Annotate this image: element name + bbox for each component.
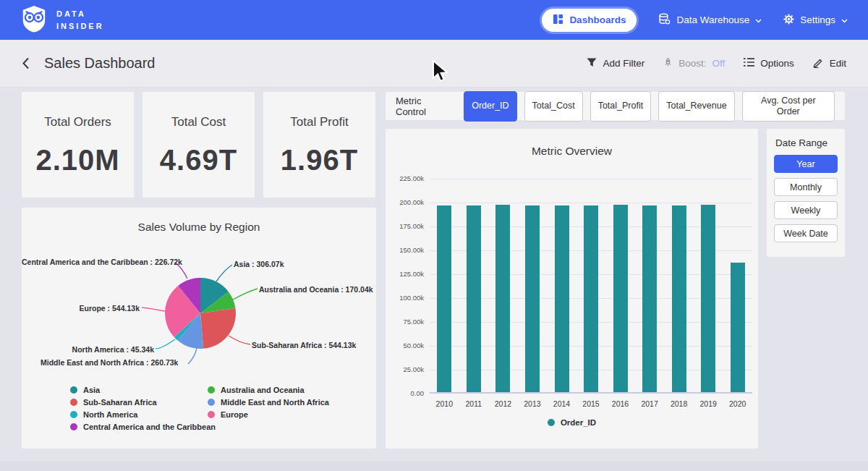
legend-label: Order_ID (561, 418, 596, 427)
dashboards-button[interactable]: Dashboards (542, 9, 637, 32)
boost-label: Boost: (678, 58, 706, 69)
x-tick-2011: 2011 (459, 399, 488, 408)
metric-button-avg-cost-per-order[interactable]: Avg. Cost per Order (742, 91, 835, 122)
bar-2013[interactable] (525, 205, 540, 392)
settings-label: Settings (800, 14, 835, 25)
pie-slice-sub-saharan-africa[interactable] (200, 308, 236, 349)
chevron-down-icon (755, 14, 762, 25)
legend-dot (70, 386, 77, 394)
kpi-card-total-orders: Total Orders2.10M (22, 92, 134, 198)
bar-2010[interactable] (437, 205, 451, 393)
date-range-button-weekly[interactable]: Weekly (774, 201, 838, 219)
bar-2018[interactable] (672, 205, 686, 392)
bar-plot-area (430, 179, 752, 394)
bar-2014[interactable] (555, 205, 569, 392)
x-tick-2017: 2017 (635, 399, 664, 408)
x-tick-2015: 2015 (576, 399, 605, 408)
legend-item-sub-saharan-africa[interactable]: Sub-Saharan Africa (70, 398, 216, 407)
date-range-button-year[interactable]: Year (774, 155, 838, 173)
pie-callout-north-america: North America : 45.34k (41, 345, 154, 354)
metric-control-bar: Metric Control Order_IDTotal_CostTotal_P… (386, 92, 845, 120)
legend-label: Asia (83, 386, 100, 394)
pie-callout-australia-and-oceania: Australia and Oceania : 170.04k (259, 285, 373, 294)
legend-item-europe[interactable]: Europe (208, 410, 329, 419)
y-tick-25-00k: 25.00k (388, 365, 424, 373)
options-label: Options (760, 58, 794, 69)
bar-chart-title: Metric Overview (386, 129, 758, 158)
metric-button-total-cost[interactable]: Total_Cost (524, 91, 583, 122)
brand[interactable]: DATA INSIDER (20, 4, 104, 36)
legend-label: Europe (221, 410, 248, 419)
y-tick-225-00k: 225.00k (388, 174, 424, 182)
legend-label: Central America and the Caribbean (83, 423, 216, 431)
bar-2015[interactable] (584, 205, 598, 392)
x-tick-2019: 2019 (694, 399, 723, 408)
options-button[interactable]: Options (744, 58, 794, 69)
kpi-label: Total Orders (22, 115, 134, 130)
bar-2017[interactable] (642, 205, 657, 393)
legend-dot (70, 411, 77, 418)
legend-item-middle-east-and-north-africa[interactable]: Middle East and North Africa (208, 398, 329, 407)
dashboards-label: Dashboards (569, 14, 626, 25)
kpi-label: Total Profit (263, 115, 375, 130)
boost-value: Off (712, 58, 725, 69)
add-filter-button[interactable]: Add Filter (587, 58, 644, 69)
legend-item-australia-and-oceania[interactable]: Australia and Oceania (208, 386, 329, 394)
legend-item-north-america[interactable]: North America (70, 410, 216, 419)
legend-dot (208, 386, 215, 394)
bar-2016[interactable] (613, 205, 628, 392)
date-range-label: Date Range (775, 137, 838, 148)
kpi-value: 4.69T (142, 144, 255, 177)
pie-callout-central-america-and-the-caribbean: Central America and the Caribbean : 226.… (22, 258, 174, 266)
x-tick-2014: 2014 (548, 399, 576, 408)
bar-chart-card: Metric Overview 225.00k200.00k175.00k150… (386, 129, 758, 449)
metric-control-label: Metric Control (396, 96, 454, 117)
pie-callout-sub-saharan-africa: Sub-Saharan Africa : 544.13k (252, 341, 356, 349)
bar-2012[interactable] (495, 205, 510, 392)
legend-item-asia[interactable]: Asia (70, 386, 216, 394)
data-warehouse-label: Data Warehouse (676, 14, 749, 25)
legend-item-central-america-and-the-caribbean[interactable]: Central America and the Caribbean (70, 423, 216, 431)
y-tick-175-00k: 175.00k (388, 222, 424, 230)
pie-legend-column-2: Australia and OceaniaMiddle East and Nor… (208, 386, 329, 419)
edit-label: Edit (830, 58, 846, 69)
filter-funnel-icon (587, 58, 597, 69)
pie-callout-asia: Asia : 306.07k (234, 260, 284, 268)
pie-callout-middle-east-and-north-africa: Middle East and North Africa : 260.73k (41, 358, 178, 367)
bar-2020[interactable] (731, 263, 745, 392)
date-range-button-week-date[interactable]: Week Date (774, 224, 838, 242)
legend-dot (208, 399, 215, 406)
back-button[interactable] (22, 57, 30, 69)
date-range-button-monthly[interactable]: Monthly (774, 178, 838, 196)
chevron-down-icon (841, 14, 848, 25)
y-tick-75-00k: 75.00k (388, 318, 424, 326)
data-warehouse-menu[interactable]: Data Warehouse (658, 13, 762, 27)
metric-button-total-revenue[interactable]: Total_Revenue (658, 91, 734, 122)
x-tick-2013: 2013 (518, 399, 547, 408)
edit-button[interactable]: Edit (813, 57, 846, 70)
date-range-buttons: YearMonthlyWeeklyWeek Date (774, 155, 838, 242)
boost-toggle[interactable]: Boost: Off (663, 57, 725, 69)
bottom-edge (0, 462, 868, 471)
dashboard-grid-icon (553, 14, 563, 27)
y-tick-50-00k: 50.00k (388, 341, 424, 349)
legend-dot (70, 423, 77, 430)
page-header: Sales Dashboard Add Filter Boost: Off (0, 40, 868, 88)
settings-menu[interactable]: Settings (783, 14, 848, 27)
legend-label: Australia and Oceania (221, 386, 305, 394)
metric-button-total-profit[interactable]: Total_Profit (590, 91, 652, 122)
legend-dot (70, 399, 77, 406)
bar-2011[interactable] (467, 205, 481, 392)
metric-button-order-id[interactable]: Order_ID (464, 91, 516, 122)
database-icon (658, 13, 671, 27)
bar-2019[interactable] (701, 205, 715, 392)
date-range-panel: Date Range YearMonthlyWeeklyWeek Date (767, 129, 845, 257)
y-tick-200-00k: 200.00k (388, 198, 424, 206)
kpi-row: Total Orders2.10MTotal Cost4.69TTotal Pr… (22, 92, 375, 198)
page-title: Sales Dashboard (44, 55, 155, 72)
x-tick-2018: 2018 (665, 399, 694, 408)
bar-chart-legend[interactable]: Order_ID (386, 418, 758, 427)
y-tick-150-00k: 150.00k (388, 246, 424, 254)
legend-label: Middle East and North Africa (221, 398, 329, 407)
brand-text: DATA INSIDER (56, 8, 104, 32)
